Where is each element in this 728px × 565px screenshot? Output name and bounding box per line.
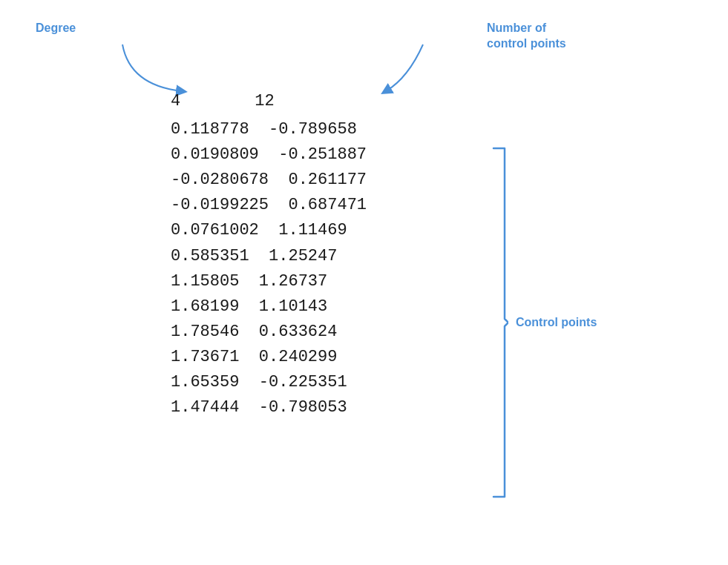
control-points-label: Control points <box>516 316 597 329</box>
degree-value: 4 <box>171 89 180 114</box>
table-row: 0.0761002 1.11469 <box>171 218 367 243</box>
number-of-label: Number of control points <box>487 21 566 52</box>
table-row: 0.0190809 -0.251887 <box>171 142 367 168</box>
table-row: 1.47444 -0.798053 <box>171 395 367 420</box>
table-row: 1.73671 0.240299 <box>171 345 367 370</box>
table-row: -0.0280678 0.261177 <box>171 168 367 193</box>
table-row: 1.15805 1.26737 <box>171 269 367 294</box>
table-row: 1.78546 0.633624 <box>171 320 367 345</box>
bracket-svg <box>490 145 508 500</box>
table-row: -0.0199225 0.687471 <box>171 193 367 218</box>
bracket-container: Control points <box>490 145 508 500</box>
table-row: 0.585351 1.25247 <box>171 244 367 269</box>
degree-label: Degree <box>36 21 76 36</box>
table-row: 1.65359 -0.225351 <box>171 370 367 395</box>
data-block: 4 12 0.118778 -0.7896580.0190809 -0.2518… <box>171 89 367 420</box>
page-container: Degree Number of control points 4 12 0 <box>0 0 728 565</box>
table-row: 1.68199 1.10143 <box>171 294 367 320</box>
numcp-arrow <box>364 41 453 100</box>
control-points-list: 0.118778 -0.7896580.0190809 -0.251887-0.… <box>171 117 367 420</box>
header-row: 4 12 <box>171 89 367 114</box>
table-row: 0.118778 -0.789658 <box>171 117 367 142</box>
num-control-points-value: 12 <box>255 89 274 114</box>
